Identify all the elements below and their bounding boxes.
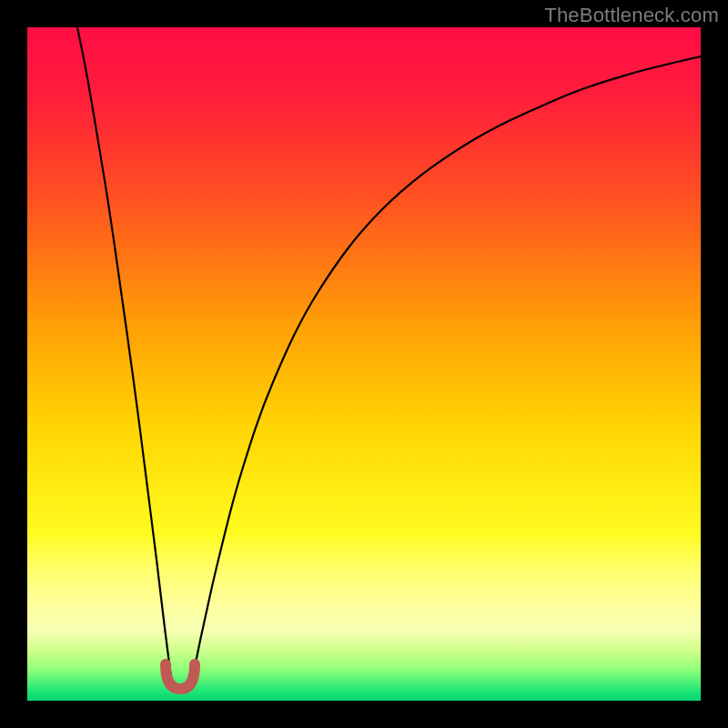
chart-plot-area bbox=[27, 27, 701, 701]
chart-curve-layer bbox=[27, 27, 701, 701]
curve-right-branch bbox=[189, 56, 701, 686]
curve-left-branch bbox=[77, 27, 173, 686]
u-marker bbox=[166, 664, 195, 689]
watermark-text: TheBottleneck.com bbox=[544, 4, 719, 27]
